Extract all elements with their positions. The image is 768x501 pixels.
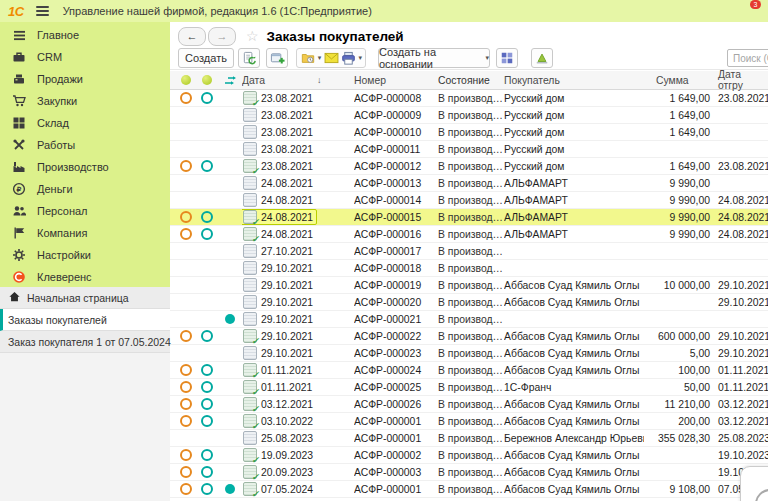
table-row[interactable]: 25.08.2023АСФР-000001В производ…Бережнов… bbox=[170, 430, 768, 447]
caret-down-icon[interactable]: ▾ bbox=[318, 54, 322, 62]
shipment-ring-icon bbox=[201, 398, 213, 410]
table-row[interactable]: 23.08.2021АСФР-000011В производ…Русский … bbox=[170, 141, 768, 158]
list-settings-button[interactable] bbox=[496, 48, 518, 68]
email-envelope-icon[interactable] bbox=[323, 50, 339, 66]
table-row[interactable]: 01.11.2021АСФР-000024В производ…Аббасов … bbox=[170, 362, 768, 379]
back-button[interactable]: ← bbox=[178, 27, 206, 46]
sidebar: ГлавноеCRMПродажиЗакупкиСкладРаботыПроиз… bbox=[0, 22, 170, 501]
table-row[interactable]: 23.08.2021АСФР-000008В производ…Русский … bbox=[170, 90, 768, 107]
table-row[interactable]: 29.10.2021АСФР-000018В производ… bbox=[170, 260, 768, 277]
open-window-item[interactable]: Заказ покупателя 1 от 07.05.2024 bbox=[0, 331, 170, 353]
table-row[interactable]: 23.08.2021АСФР-000009В производ…Русский … bbox=[170, 107, 768, 124]
payment-status-icon bbox=[181, 75, 191, 85]
sidebar-item-sales[interactable]: Продажи bbox=[0, 68, 170, 90]
menu-icon bbox=[12, 28, 26, 42]
table-row[interactable]: 29.10.2021АСФР-000023В производ…Аббасов … bbox=[170, 345, 768, 362]
caret-down-icon[interactable]: ▾ bbox=[358, 54, 362, 62]
order-date: 01.11.2021 bbox=[261, 365, 312, 376]
sidebar-item-people[interactable]: Персонал bbox=[0, 200, 170, 222]
shipment-column-header[interactable] bbox=[196, 75, 218, 85]
add-to-group-button[interactable] bbox=[266, 48, 288, 68]
sidebar-item-factory[interactable]: Производство bbox=[0, 156, 170, 178]
table-row[interactable]: 23.08.2021АСФР-000012В производ…Русский … bbox=[170, 158, 768, 175]
reserve-column-header[interactable] bbox=[218, 74, 242, 86]
forward-button[interactable]: → bbox=[208, 27, 236, 46]
sidebar-item-warehouse[interactable]: Склад bbox=[0, 112, 170, 134]
create-button[interactable]: Создать bbox=[178, 48, 234, 68]
window-add-icon bbox=[270, 51, 285, 66]
open-window-item[interactable]: Заказы покупателей bbox=[0, 309, 170, 331]
order-state: В производ… bbox=[438, 212, 504, 223]
table-row[interactable]: 19.09.2023АСФР-000002В производ…Аббасов … bbox=[170, 447, 768, 464]
table-row[interactable]: 24.08.2021АСФР-000015В производ…АЛЬФАМАР… bbox=[170, 209, 768, 226]
report-button[interactable] bbox=[531, 48, 553, 68]
main-menu-icon[interactable] bbox=[36, 6, 49, 16]
table-row[interactable]: 01.11.2021АСФР-000025В производ…1С-Франч… bbox=[170, 379, 768, 396]
sidebar-item-briefcase[interactable]: CRM bbox=[0, 46, 170, 68]
order-date: 24.08.2021 bbox=[261, 178, 313, 189]
order-state: В производ… bbox=[438, 314, 504, 325]
shipment-status-cell bbox=[196, 160, 218, 172]
date-column-header[interactable]: Дата ↓ bbox=[242, 75, 354, 86]
sidebar-item-label: Производство bbox=[37, 161, 109, 173]
sidebar-item-tools[interactable]: Работы bbox=[0, 134, 170, 156]
assistant-popup[interactable] bbox=[740, 466, 768, 501]
table-row[interactable]: 23.08.2021АСФР-000010В производ…Русский … bbox=[170, 124, 768, 141]
order-ship-date: 24.08.2021 bbox=[712, 212, 768, 223]
number-column-header[interactable]: Номер bbox=[354, 75, 438, 86]
table-header: Дата ↓ Номер Состояние Покупатель Сумма … bbox=[170, 71, 768, 90]
list-search-input[interactable] bbox=[731, 52, 768, 65]
table-row[interactable]: 03.12.2021АСФР-000026В производ…Аббасов … bbox=[170, 396, 768, 413]
favorite-star-icon[interactable]: ☆ bbox=[246, 28, 259, 44]
sidebar-item-cart[interactable]: Закупки bbox=[0, 90, 170, 112]
order-state: В производ… bbox=[438, 297, 504, 308]
table-row[interactable]: 29.10.2021АСФР-000019В производ…Аббасов … bbox=[170, 277, 768, 294]
table-row[interactable]: 24.08.2021АСФР-000016В производ…АЛЬФАМАР… bbox=[170, 226, 768, 243]
table-row[interactable]: 03.10.2022АСФР-000001В производ…Аббасов … bbox=[170, 413, 768, 430]
document-actions-group: ▾ ▾ bbox=[296, 48, 366, 68]
table-row[interactable]: 07.05.2024АСФР-000001В производ…Аббасов … bbox=[170, 481, 768, 498]
sum-column-header[interactable]: Сумма bbox=[644, 75, 712, 86]
print-icon[interactable] bbox=[341, 50, 357, 66]
state-column-header[interactable]: Состояние bbox=[438, 75, 504, 86]
reserve-status-cell bbox=[218, 314, 242, 324]
list-search[interactable] bbox=[727, 49, 768, 67]
order-buyer: Аббасов Суад Кямиль Оглы bbox=[504, 467, 644, 478]
document-icon bbox=[243, 125, 257, 139]
date-cell: 29.10.2021 bbox=[242, 328, 354, 344]
table-row[interactable]: 29.10.2021АСФР-000022В производ…Аббасов … bbox=[170, 328, 768, 345]
sidebar-item-money[interactable]: ₽Деньги bbox=[0, 178, 170, 200]
payment-ring-icon bbox=[180, 415, 192, 427]
create-based-on-button[interactable]: Создать на основании ▾ bbox=[378, 48, 490, 68]
date-cell-focus-box: 01.11.2021 bbox=[242, 362, 316, 378]
branch-arrows-icon bbox=[224, 74, 236, 86]
sidebar-item-cleverence[interactable]: Клеверенс bbox=[0, 266, 170, 288]
date-cell: 23.08.2021 bbox=[242, 124, 354, 140]
sort-desc-icon: ↓ bbox=[317, 75, 322, 85]
copy-document-icon bbox=[242, 51, 257, 66]
table-row[interactable]: 24.08.2021АСФР-000014В производ…АЛЬФАМАР… bbox=[170, 192, 768, 209]
open-window-item[interactable]: Начальная страница bbox=[0, 287, 170, 309]
order-buyer: АЛЬФАМАРТ bbox=[504, 212, 644, 223]
sidebar-item-menu[interactable]: Главное bbox=[0, 24, 170, 46]
table-row[interactable]: 29.10.2021АСФР-000021В производ… bbox=[170, 311, 768, 328]
sidebar-item-gear[interactable]: Настройки bbox=[0, 244, 170, 266]
ship-date-column-header[interactable]: Дата отгру bbox=[712, 69, 768, 91]
table-row[interactable]: 20.09.2023АСФР-000003В производ…Аббасов … bbox=[170, 464, 768, 481]
table-row[interactable]: 27.10.2021АСФР-000017В производ… bbox=[170, 243, 768, 260]
document-posted-icon bbox=[243, 91, 257, 105]
sidebar-item-flag[interactable]: Компания bbox=[0, 222, 170, 244]
date-cell-focus-box: 23.08.2021 bbox=[242, 141, 317, 157]
date-cell-focus-box: 03.12.2021 bbox=[242, 396, 317, 412]
shipment-status-cell bbox=[196, 381, 218, 393]
copy-document-button[interactable] bbox=[238, 48, 260, 68]
table-row[interactable]: 24.08.2021АСФР-000013В производ…АЛЬФАМАР… bbox=[170, 175, 768, 192]
deadline-clock-icon[interactable] bbox=[300, 50, 316, 66]
date-cell-focus-box: 29.10.2021 bbox=[242, 311, 317, 327]
table-row[interactable]: 29.10.2021АСФР-000020В производ…Аббасов … bbox=[170, 294, 768, 311]
order-buyer: Аббасов Суад Кямиль Оглы bbox=[504, 331, 644, 342]
create-based-on-label: Создать на основании bbox=[379, 46, 480, 70]
buyer-column-header[interactable]: Покупатель bbox=[504, 75, 644, 86]
payment-status-cell bbox=[176, 92, 196, 104]
payment-column-header[interactable] bbox=[176, 75, 196, 85]
